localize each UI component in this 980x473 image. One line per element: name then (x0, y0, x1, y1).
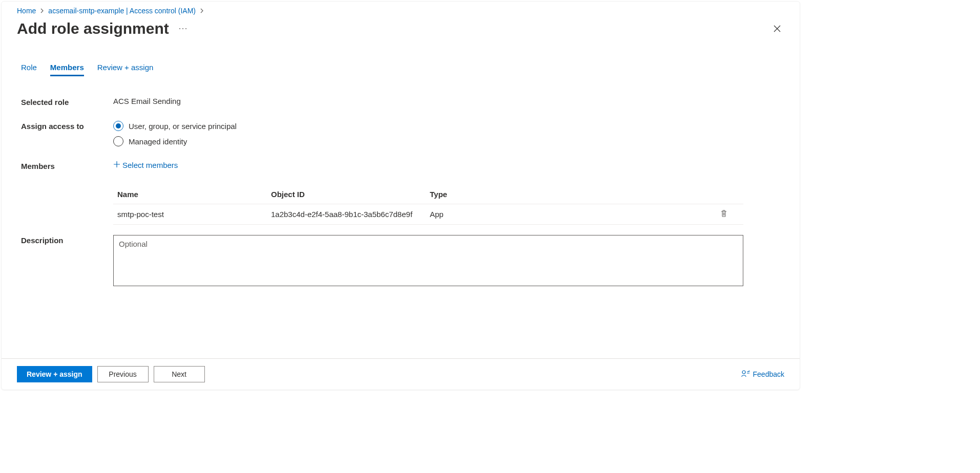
selected-role-label: Selected role (21, 97, 113, 106)
svg-point-1 (182, 28, 183, 29)
previous-button[interactable]: Previous (97, 366, 149, 382)
cell-object-id: 1a2b3c4d-e2f4-5aa8-9b1c-3a5b6c7d8e9f (271, 210, 430, 219)
more-button[interactable] (178, 26, 187, 31)
radio-icon (113, 121, 123, 131)
tabs: Role Members Review + assign (21, 63, 800, 76)
members-label: Members (21, 161, 113, 170)
members-table: Name Object ID Type smtp-poc-test 1a2b3c… (113, 185, 743, 225)
chevron-right-icon (39, 8, 45, 14)
radio-label: User, group, or service principal (129, 122, 237, 131)
select-members-link[interactable]: Select members (113, 161, 178, 169)
breadcrumb: Home acsemail-smtp-example | Access cont… (17, 2, 800, 15)
chevron-right-icon (199, 8, 205, 14)
col-type: Type (430, 190, 583, 199)
trash-icon (720, 209, 728, 219)
cell-type: App (430, 210, 583, 219)
radio-label: Managed identity (129, 137, 187, 146)
col-object-id: Object ID (271, 190, 430, 199)
description-input[interactable] (113, 235, 743, 286)
description-label: Description (21, 235, 113, 245)
selected-role-value: ACS Email Sending (113, 97, 800, 105)
tab-review-assign[interactable]: Review + assign (97, 63, 154, 76)
review-assign-button[interactable]: Review + assign (17, 366, 92, 382)
plus-icon (113, 161, 120, 169)
svg-point-3 (742, 371, 745, 374)
close-button[interactable] (770, 22, 784, 36)
radio-icon (113, 136, 123, 146)
tab-role[interactable]: Role (21, 63, 37, 76)
svg-point-0 (179, 28, 180, 29)
assign-access-to-label: Assign access to (21, 121, 113, 131)
feedback-icon (741, 369, 750, 380)
feedback-link[interactable]: Feedback (741, 369, 784, 380)
delete-row-button[interactable] (708, 209, 739, 219)
table-row: smtp-poc-test 1a2b3c4d-e2f4-5aa8-9b1c-3a… (113, 204, 743, 225)
radio-user-group-sp[interactable]: User, group, or service principal (113, 121, 800, 131)
next-button[interactable]: Next (154, 366, 205, 382)
svg-point-2 (185, 28, 186, 29)
breadcrumb-home[interactable]: Home (17, 7, 36, 15)
tab-members[interactable]: Members (50, 63, 84, 76)
cell-name: smtp-poc-test (117, 210, 271, 219)
radio-managed-identity[interactable]: Managed identity (113, 136, 800, 146)
col-name: Name (117, 190, 271, 199)
breadcrumb-iam[interactable]: acsemail-smtp-example | Access control (… (48, 7, 196, 15)
page-title: Add role assignment (17, 20, 187, 37)
